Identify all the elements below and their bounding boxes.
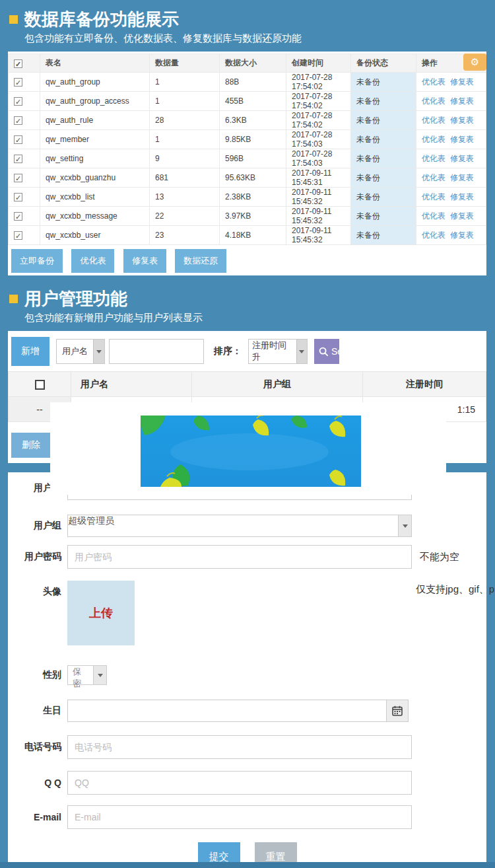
row-checkbox[interactable]: ✓ xyxy=(14,116,22,125)
repair-link[interactable]: 修复表 xyxy=(450,135,474,144)
cell-table-name: qw_xcxbb_user xyxy=(40,226,150,245)
gear-icon: ⚙ xyxy=(471,56,479,67)
cell-status: 未备份 xyxy=(351,73,416,92)
gender-select[interactable]: 保密 xyxy=(67,665,107,685)
sort-label: 排序： xyxy=(214,345,242,357)
repair-link[interactable]: 修复表 xyxy=(450,173,474,182)
cell-status: 未备份 xyxy=(351,226,416,245)
calendar-icon xyxy=(392,705,403,716)
group-value: 超级管理员 xyxy=(68,515,398,536)
add-user-button[interactable]: 新增 xyxy=(11,337,50,366)
cell-created: 2017-07-28 17:54:02 xyxy=(286,92,351,111)
table-row: ✓ qw_setting 9 596B 2017-07-28 17:54:03 … xyxy=(9,149,486,168)
qq-field[interactable] xyxy=(67,771,412,795)
repair-link[interactable]: 修复表 xyxy=(450,192,474,201)
repair-link[interactable]: 修复表 xyxy=(450,116,474,125)
repair-link[interactable]: 修复表 xyxy=(450,231,474,240)
cell-size: 6.3KB xyxy=(220,111,286,130)
optimize-link[interactable]: 优化表 xyxy=(422,96,446,106)
optimize-link[interactable]: 优化表 xyxy=(422,135,446,144)
cell-count: 1 xyxy=(150,73,220,92)
group-select[interactable]: 超级管理员 xyxy=(67,515,412,537)
footer-strip xyxy=(0,862,495,868)
cell-status: 未备份 xyxy=(351,130,416,149)
table-row: ✓ qw_xcxbb_list 13 2.38KB 2017-09-11 15:… xyxy=(9,188,486,207)
upload-avatar-button[interactable]: 上传 xyxy=(67,581,135,645)
row-checkbox[interactable]: ✓ xyxy=(14,78,22,87)
col-header-regtime: 注册时间 xyxy=(363,372,486,397)
search-button[interactable]: Search xyxy=(314,339,339,364)
table-row: ✓ qw_xcxbb_message 22 3.97KB 2017-09-11 … xyxy=(9,207,486,226)
optimize-link[interactable]: 优化表 xyxy=(422,116,446,125)
sort-select[interactable]: 注册时间升 xyxy=(248,339,308,364)
user-panel: 新增 用户名 排序： 注册时间升 Search 用户名 用户组 注册时间 -- … xyxy=(8,331,486,463)
email-label: E-mail xyxy=(8,812,67,822)
col-header-name: 表名 xyxy=(40,54,150,73)
row-checkbox[interactable]: ✓ xyxy=(14,193,22,201)
birthday-row: 生日 xyxy=(8,700,486,722)
gender-row: 性别 保密 xyxy=(8,665,486,685)
calendar-button[interactable] xyxy=(387,700,409,722)
cell-created: 2017-09-11 15:45:32 xyxy=(286,188,351,207)
row-checkbox[interactable]: ✓ xyxy=(14,97,22,106)
birthday-field[interactable] xyxy=(67,700,387,722)
col-header-username: 用户名 xyxy=(71,372,192,397)
birthday-label: 生日 xyxy=(8,705,67,717)
optimize-button[interactable]: 优化表 xyxy=(71,249,114,273)
backup-now-button[interactable]: 立即备份 xyxy=(11,249,63,273)
row-checkbox[interactable]: ✓ xyxy=(14,212,22,221)
cell-size: 2.38KB xyxy=(220,188,286,207)
select-all-checkbox[interactable]: ✓ xyxy=(14,59,22,68)
optimize-link[interactable]: 优化表 xyxy=(422,231,446,240)
settings-tab[interactable]: ⚙ xyxy=(463,54,486,71)
cell-status: 未备份 xyxy=(351,207,416,226)
cell-table-name: qw_xcxbb_list xyxy=(40,188,150,207)
row-checkbox[interactable]: ✓ xyxy=(14,155,22,163)
user-form-panel: 用户名 用户组 超级管理员 用户密码 不能为空 头像 上传 仅支持jpg、gif… xyxy=(8,472,486,868)
row-checkbox[interactable]: ✓ xyxy=(14,174,22,182)
cell-size: 4.18KB xyxy=(220,226,286,245)
optimize-link[interactable]: 优化表 xyxy=(422,211,446,221)
password-field[interactable] xyxy=(67,545,412,569)
optimize-link[interactable]: 优化表 xyxy=(422,192,446,201)
cell-size: 596B xyxy=(220,149,286,168)
avatar-note: 仅支持jpg、gif、p xyxy=(416,583,494,596)
row-checkbox[interactable]: ✓ xyxy=(14,135,22,144)
repair-button[interactable]: 修复表 xyxy=(123,249,166,273)
repair-link[interactable]: 修复表 xyxy=(450,211,474,221)
table-row: ✓ qw_auth_group_access 1 455B 2017-07-28… xyxy=(9,92,486,111)
leaf-banner-image xyxy=(141,416,361,487)
repair-link[interactable]: 修复表 xyxy=(450,96,474,106)
delete-button[interactable]: 删除 xyxy=(11,433,51,458)
search-icon xyxy=(319,347,329,357)
restore-button[interactable]: 数据还原 xyxy=(175,249,226,273)
cell-table-name: qw_member xyxy=(40,130,150,149)
search-field-value: 用户名 xyxy=(57,340,93,363)
repair-link[interactable]: 修复表 xyxy=(450,77,474,87)
cell-status: 未备份 xyxy=(351,111,416,130)
user-toolbar: 新增 用户名 排序： 注册时间升 Search xyxy=(8,337,486,366)
cell-created: 2017-09-11 15:45:31 xyxy=(286,168,351,188)
optimize-link[interactable]: 优化表 xyxy=(422,77,446,87)
cell-count: 1 xyxy=(150,92,220,111)
chevron-down-icon xyxy=(398,515,411,536)
search-input[interactable] xyxy=(109,339,204,364)
select-all-checkbox[interactable] xyxy=(35,380,45,390)
cell-table-name: qw_auth_group xyxy=(40,73,150,92)
repair-link[interactable]: 修复表 xyxy=(450,154,474,163)
phone-row: 电话号码 xyxy=(8,735,486,759)
user-table-header-row: 用户名 用户组 注册时间 xyxy=(9,372,486,397)
table-row: ✓ qw_auth_group 1 88B 2017-07-28 17:54:0… xyxy=(9,73,486,92)
row-checkbox[interactable]: ✓ xyxy=(14,231,22,240)
phone-field[interactable] xyxy=(67,735,412,759)
optimize-link[interactable]: 优化表 xyxy=(422,173,446,182)
search-field-select[interactable]: 用户名 xyxy=(56,339,105,364)
gender-value: 保密 xyxy=(68,666,93,684)
cell-created: 2017-07-28 17:54:02 xyxy=(286,111,351,130)
email-row: E-mail xyxy=(8,805,486,829)
table-row: ✓ qw_xcxbb_user 23 4.18KB 2017-09-11 15:… xyxy=(9,226,486,245)
cell-created: 2017-07-28 17:54:03 xyxy=(286,130,351,149)
search-button-label: Search xyxy=(331,346,339,357)
optimize-link[interactable]: 优化表 xyxy=(422,154,446,163)
email-field[interactable] xyxy=(67,805,412,829)
